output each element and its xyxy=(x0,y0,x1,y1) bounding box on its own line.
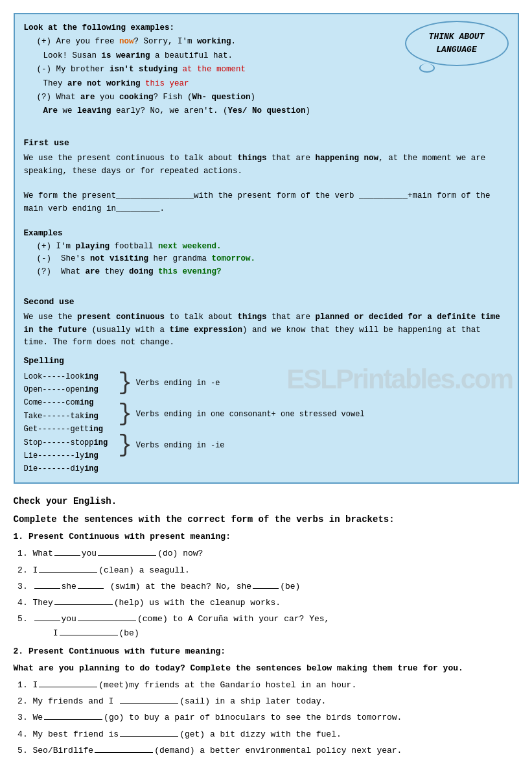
section2-title: 2. Present Continuous with future meanin… xyxy=(14,645,519,659)
verbs-ending-e-label: Verbs ending in -e xyxy=(136,379,220,387)
second-use-text: We use the present continuous to talk ab… xyxy=(24,311,509,349)
page-wrapper: THINK ABOUTLANGUAGE Look at the followin… xyxy=(14,13,519,758)
section1-title: 1. Present Continuous with present meani… xyxy=(14,530,519,544)
verbs-ending-ie-label: Verbs ending in -ie xyxy=(136,442,225,449)
list-item: My best friend is(get) a bit dizzy with … xyxy=(33,728,519,742)
list-item: I(clean) a seagull. xyxy=(33,563,519,578)
think-cloud: THINK ABOUTLANGUAGE xyxy=(405,21,509,66)
check-heading: Check your English. xyxy=(14,494,519,510)
form-text: We form the present________________with … xyxy=(24,190,509,215)
example-3: (-) My brother isn't studying at the mom… xyxy=(37,64,509,76)
second-use-title: Second use xyxy=(24,296,509,309)
list-item: Seo/Birdlife(demand) a better environmen… xyxy=(33,744,519,758)
first-use-title: First use xyxy=(24,137,509,150)
exercise-section: Check your English. Complete the sentenc… xyxy=(14,494,519,758)
think-cloud-text: THINK ABOUTLANGUAGE xyxy=(429,30,485,56)
section1-list: Whatyou(do) now? I(clean) a seagull. she… xyxy=(33,547,519,641)
example2-3: (?) What are they doing this evening? xyxy=(37,266,509,278)
example-4: They are not working this year xyxy=(43,78,509,90)
list-item: I(meet)my friends at the Gandarío hostel… xyxy=(33,678,519,693)
list-item: They(help) us with the cleanup works. xyxy=(33,596,519,610)
examples-title-2: Examples xyxy=(24,228,509,240)
spelling-braces: } Verbs ending in -e } Verbs ending in o… xyxy=(118,370,364,457)
complete-heading: Complete the sentences with the correct … xyxy=(14,512,519,528)
section2-heading: What are you planning to do today? Compl… xyxy=(14,661,519,676)
list-item: Whatyou(do) now? xyxy=(33,547,519,561)
example-5: (?) What are you cooking? Fish (Wh- ques… xyxy=(37,91,509,104)
spelling-section: Look-----looking Open-----opening Come--… xyxy=(24,370,509,476)
spelling-title: Spelling xyxy=(24,355,509,368)
list-item: My friends and I (sail) in a ship later … xyxy=(33,694,519,709)
info-box: THINK ABOUTLANGUAGE Look at the followin… xyxy=(14,13,519,484)
example2-2: (-) She's not visiting her grandma tomor… xyxy=(37,253,509,265)
list-item: We(go) to buy a pair of binoculars to se… xyxy=(33,711,519,725)
spelling-list: Look-----looking Open-----opening Come--… xyxy=(24,370,108,476)
first-use-text: We use the present continuous to talk ab… xyxy=(24,152,509,178)
list-item: you(come) to A Coruña with your car? Yes… xyxy=(33,612,519,641)
section2-list: I(meet)my friends at the Gandarío hostel… xyxy=(33,678,519,757)
list-item: she (swim) at the beach? No, she(be) xyxy=(33,580,519,594)
verbs-ending-vowel-label: Verbs ending in one consonant+ one stres… xyxy=(136,410,365,418)
example-6: Are we leaving early? No, we aren't. (Ye… xyxy=(43,105,509,117)
example2-1: (+) I'm playing football next weekend. xyxy=(37,241,509,253)
